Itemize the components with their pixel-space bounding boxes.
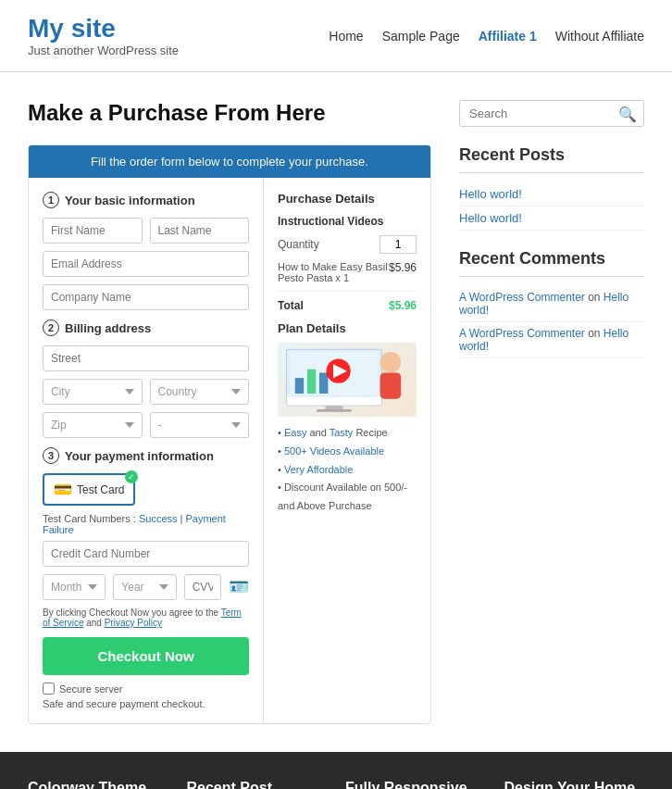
city-select[interactable]: City	[43, 379, 143, 405]
footer-col-colorway: Colorway Theme Footer is widgetized. To …	[28, 780, 168, 789]
month-select[interactable]: Month	[43, 574, 106, 600]
item-price: $5.96	[389, 261, 417, 274]
post-link-1[interactable]: Hello world!	[459, 182, 644, 207]
cc-row	[43, 541, 249, 567]
feature-1: • Easy and Tasty Recipe	[278, 424, 417, 443]
form-header-text: Fill the order form below to complete yo…	[29, 145, 430, 178]
email-row	[43, 251, 249, 277]
check-badge: ✓	[125, 470, 138, 483]
site-branding: My site Just another WordPress site	[28, 14, 179, 57]
order-form-container: Fill the order form below to complete yo…	[28, 144, 431, 724]
feature-4: • Discount Available on 500/- and Above …	[278, 479, 417, 516]
comment-on-2: on	[588, 327, 604, 340]
dash-select[interactable]: -	[150, 412, 250, 438]
site-header: My site Just another WordPress site Home…	[0, 0, 672, 72]
recent-posts-section: Recent Posts Hello world! Hello world!	[459, 145, 644, 231]
footer-col4-title: Design Your Home	[504, 780, 645, 789]
purchase-title: Purchase Details	[278, 192, 417, 206]
email-input[interactable]	[43, 251, 249, 277]
quantity-input[interactable]	[380, 235, 417, 254]
city-country-row: City Country	[43, 379, 249, 405]
plan-title: Plan Details	[278, 321, 417, 335]
site-tagline: Just another WordPress site	[28, 44, 179, 57]
post-link-2[interactable]: Hello world!	[459, 207, 644, 231]
nav-home[interactable]: Home	[329, 29, 363, 44]
credit-card-icon: 💳	[54, 481, 72, 498]
plan-features: • Easy and Tasty Recipe • 500+ Videos Av…	[278, 424, 417, 516]
total-label: Total	[278, 299, 304, 312]
form-right-section: Purchase Details Instructional Videos Qu…	[264, 178, 430, 723]
sidebar: 🔍 Recent Posts Hello world! Hello world!…	[459, 100, 644, 724]
recent-comments-title: Recent Comments	[459, 249, 644, 277]
svg-rect-5	[319, 373, 328, 394]
footer-col1-title: Colorway Theme	[28, 780, 168, 789]
expiry-row: Month Year 🪪	[43, 574, 249, 600]
year-select[interactable]: Year	[113, 574, 176, 600]
search-icon: 🔍	[618, 105, 637, 122]
first-name-input[interactable]	[43, 218, 143, 244]
card-select-button[interactable]: 💳 Test Card ✓	[43, 473, 135, 506]
search-container: 🔍	[459, 100, 644, 127]
commenter-link-1[interactable]: A WordPress Commenter	[459, 291, 585, 304]
main-nav: Home Sample Page Affiliate 1 Without Aff…	[329, 29, 644, 44]
step2-circle: 2	[43, 319, 59, 336]
quantity-label: Quantity	[278, 238, 319, 251]
total-price: $5.96	[389, 299, 417, 312]
nav-sample-page[interactable]: Sample Page	[382, 29, 460, 44]
footer-widgets: Colorway Theme Footer is widgetized. To …	[0, 752, 672, 789]
search-input[interactable]	[459, 100, 644, 127]
cvv-input[interactable]	[184, 574, 221, 600]
section3-title: 3 Your payment information	[43, 447, 249, 464]
comment-1: A WordPress Commenter on Hello world!	[459, 286, 644, 322]
cvv-icon: 🪪	[229, 577, 249, 597]
section3-label: Your payment information	[65, 449, 214, 463]
site-footer: Colorway Theme Footer is widgetized. To …	[0, 752, 672, 789]
nav-affiliate1[interactable]: Affiliate 1	[479, 29, 537, 44]
recent-posts-title: Recent Posts	[459, 145, 644, 173]
safe-label: Safe and secure payment checkout.	[43, 698, 249, 709]
main-content: Make a Purchase From Here Fill the order…	[0, 72, 672, 752]
success-link[interactable]: Success	[139, 513, 178, 524]
test-card-label: Test Card Numbers :	[43, 513, 136, 524]
svg-rect-11	[317, 409, 352, 412]
section1-title: 1 Your basic information	[43, 192, 249, 208]
footer-col2-title: Recent Post	[187, 780, 328, 789]
feature-2: • 500+ Videos Available	[278, 443, 417, 461]
secure-row: Secure server	[43, 683, 249, 695]
commenter-link-2[interactable]: A WordPress Commenter	[459, 327, 585, 340]
page-title: Make a Purchase From Here	[28, 100, 431, 126]
total-row: Total $5.96	[278, 299, 417, 312]
footer-grid: Colorway Theme Footer is widgetized. To …	[28, 780, 644, 789]
svg-rect-4	[307, 369, 316, 394]
secure-checkbox[interactable]	[43, 683, 55, 695]
site-title: My site	[28, 14, 179, 44]
test-card-row: Test Card Numbers : Success | Payment Fa…	[43, 513, 249, 535]
nav-without-affiliate[interactable]: Without Affiliate	[555, 29, 644, 44]
street-input[interactable]	[43, 345, 249, 371]
purchase-item: How to Make Easy Basil Pesto Pasta x 1 $…	[278, 261, 417, 292]
company-input[interactable]	[43, 284, 249, 310]
svg-point-8	[380, 352, 402, 373]
form-body: 1 Your basic information	[29, 178, 430, 723]
privacy-link[interactable]: Privacy Policy	[105, 618, 162, 628]
recent-comments-section: Recent Comments A WordPress Commenter on…	[459, 249, 644, 358]
terms-text: By clicking Checkout Now you agree to th…	[43, 607, 249, 628]
plan-image	[278, 343, 417, 417]
left-column: Make a Purchase From Here Fill the order…	[28, 100, 431, 724]
name-row	[43, 218, 249, 244]
comment-on-1: on	[588, 291, 604, 304]
country-select[interactable]: Country	[150, 379, 250, 405]
zip-select[interactable]: Zip	[43, 412, 143, 438]
zip-row: Zip -	[43, 412, 249, 438]
last-name-input[interactable]	[150, 218, 250, 244]
checkout-button[interactable]: Checkout Now	[43, 637, 249, 675]
feature-3: • Very Affordable	[278, 461, 417, 480]
purchase-subtitle: Instructional Videos	[278, 215, 417, 228]
comment-2: A WordPress Commenter on Hello world!	[459, 322, 644, 358]
footer-col3-title: Fully Responsive	[345, 780, 486, 789]
plan-illustration-svg	[278, 343, 417, 417]
form-left-section: 1 Your basic information	[29, 178, 264, 723]
svg-rect-9	[380, 373, 402, 399]
footer-col-recent-post: Recent Post Worth A Thousand Words Categ…	[187, 780, 328, 789]
cc-number-input[interactable]	[43, 541, 249, 567]
